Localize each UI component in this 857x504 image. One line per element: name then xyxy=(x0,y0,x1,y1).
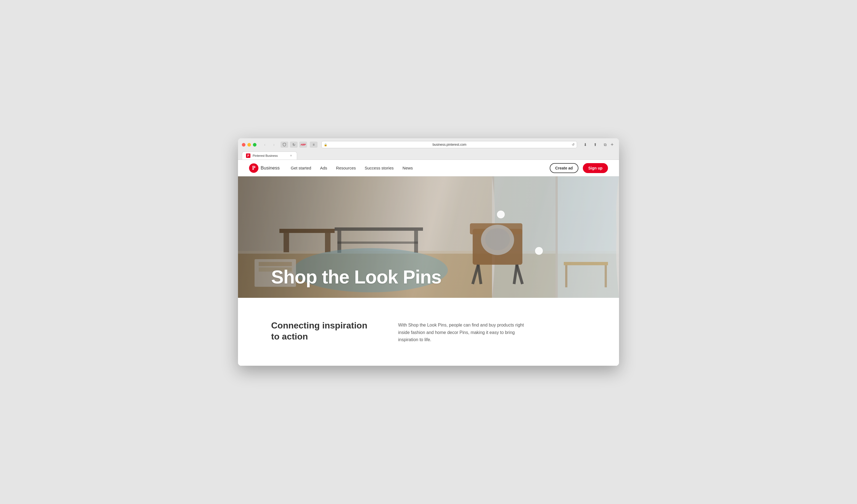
tab-close-button[interactable]: × xyxy=(289,154,293,157)
menu-button[interactable]: ≡ xyxy=(310,141,318,148)
shield-icon-button[interactable] xyxy=(281,141,288,148)
browser-titlebar: ‹ › ↻ ABP ≡ 🔒 business.pinterest.co xyxy=(242,141,615,148)
sign-up-button[interactable]: Sign up xyxy=(583,163,608,173)
content-left: Connecting inspiration to action xyxy=(271,320,376,342)
download-button[interactable]: ⬇ xyxy=(582,141,589,148)
traffic-lights xyxy=(242,143,256,147)
share-button[interactable]: ⬆ xyxy=(591,141,599,148)
nav-links: Get started Ads Resources Success storie… xyxy=(291,166,550,170)
address-bar[interactable]: 🔒 business.pinterest.com ↺ xyxy=(321,141,577,148)
forward-button[interactable]: › xyxy=(270,141,278,148)
pinterest-logo: P xyxy=(249,163,258,173)
nav-link-news[interactable]: News xyxy=(403,166,413,170)
content-description: With Shop the Look Pins, people can find… xyxy=(398,322,531,343)
maximize-button[interactable] xyxy=(253,143,256,147)
create-ad-button[interactable]: Create ad xyxy=(550,163,578,173)
brand-name: Business xyxy=(261,165,280,171)
hero-content: Shop the Look Pins xyxy=(238,267,619,298)
content-section: Connecting inspiration to action With Sh… xyxy=(238,298,619,366)
lock-icon: 🔒 xyxy=(324,143,327,146)
url-text: business.pinterest.com xyxy=(329,143,570,147)
close-button[interactable] xyxy=(242,143,246,147)
refresh-icon-button[interactable]: ↻ xyxy=(290,141,298,148)
site-nav: P Business Get started Ads Resources Suc… xyxy=(238,160,619,177)
hero-title: Shop the Look Pins xyxy=(271,267,619,287)
tab-favicon: P xyxy=(246,153,250,158)
browser-chrome: ‹ › ↻ ABP ≡ 🔒 business.pinterest.co xyxy=(238,138,619,160)
browser-nav-buttons: ‹ › xyxy=(261,141,278,148)
content-right: With Shop the Look Pins, people can find… xyxy=(398,320,586,343)
nav-link-get-started[interactable]: Get started xyxy=(291,166,311,170)
site-content: P Business Get started Ads Resources Suc… xyxy=(238,160,619,366)
nav-link-success-stories[interactable]: Success stories xyxy=(365,166,394,170)
add-tab-button[interactable]: + xyxy=(609,141,615,148)
minimize-button[interactable] xyxy=(247,143,251,147)
content-heading: Connecting inspiration to action xyxy=(271,320,376,342)
browser-tabs: P Pinterest Business × xyxy=(242,150,615,159)
browser-toolbar-icons: ↻ ABP xyxy=(281,141,307,148)
browser-right-icons: ⬇ ⬆ ⧉ xyxy=(582,141,609,148)
adblock-icon-button[interactable]: ABP xyxy=(299,141,307,148)
sidebar-toggle-button[interactable]: ⧉ xyxy=(601,141,609,148)
back-button[interactable]: ‹ xyxy=(261,141,269,148)
address-bar-container: 🔒 business.pinterest.com ↺ xyxy=(321,141,577,148)
reload-button[interactable]: ↺ xyxy=(572,143,574,147)
tab-title: Pinterest Business xyxy=(253,154,287,157)
nav-link-resources[interactable]: Resources xyxy=(336,166,356,170)
browser-window: ‹ › ↻ ABP ≡ 🔒 business.pinterest.co xyxy=(238,138,619,366)
nav-actions: Create ad Sign up xyxy=(550,163,608,173)
pin-dot-2[interactable] xyxy=(535,247,543,255)
hero-section: Shop the Look Pins xyxy=(238,177,619,298)
brand-link[interactable]: P Business xyxy=(249,163,280,173)
nav-link-ads[interactable]: Ads xyxy=(320,166,327,170)
active-tab[interactable]: P Pinterest Business × xyxy=(242,152,297,159)
pin-dot-1[interactable] xyxy=(497,211,505,218)
